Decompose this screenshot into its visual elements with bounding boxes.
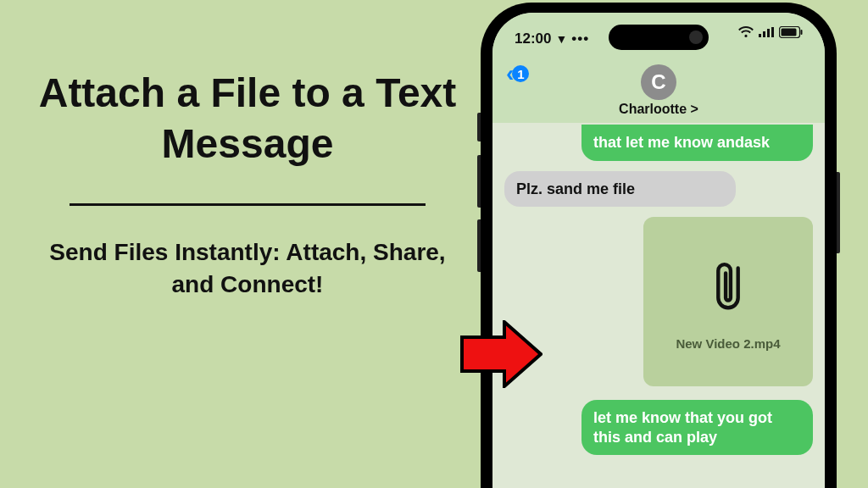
contact-name[interactable]: Charlootte > — [619, 102, 698, 117]
promo-text-panel: Attach a File to a Text Message Send Fil… — [36, 68, 459, 301]
promo-subtitle: Send Files Instantly: Attach, Share, and… — [36, 236, 459, 301]
paperclip-icon — [703, 253, 754, 318]
back-button[interactable]: ‹ 1 — [506, 60, 529, 87]
svg-rect-3 — [771, 27, 774, 37]
svg-rect-6 — [801, 30, 803, 35]
wifi-icon — [738, 26, 754, 38]
phone-side-button — [477, 155, 481, 208]
phone-side-button — [477, 219, 481, 272]
message-sent[interactable]: let me know that you got this and can pl… — [581, 400, 813, 455]
message-received[interactable]: Plz. sand me file — [504, 171, 736, 208]
chat-header: ‹ 1 C Charlootte > — [492, 55, 825, 123]
contact-avatar[interactable]: C — [641, 64, 676, 100]
message-sent[interactable]: that let me know andask — [581, 125, 813, 161]
phone-mockup: 12:00 ▼ ••• — [481, 3, 837, 488]
svg-rect-5 — [782, 29, 797, 36]
promo-title: Attach a File to a Text Message — [36, 68, 459, 169]
svg-rect-0 — [759, 34, 761, 37]
location-icon: ▼ — [555, 32, 567, 46]
svg-rect-2 — [767, 29, 770, 37]
phone-screen: 12:00 ▼ ••• — [492, 13, 825, 488]
phone-side-button — [837, 172, 840, 253]
battery-icon — [779, 26, 803, 38]
status-more-icon: ••• — [571, 30, 589, 47]
cellular-icon — [759, 27, 774, 37]
camera-icon — [689, 30, 703, 44]
attachment-filename: New Video 2.mp4 — [676, 336, 780, 351]
unread-badge: 1 — [512, 65, 529, 82]
svg-rect-1 — [763, 31, 765, 37]
phone-side-button — [477, 113, 481, 141]
message-list: that let me know andask Plz. sand me fil… — [492, 123, 825, 488]
status-right — [738, 26, 803, 38]
callout-arrow-icon — [458, 320, 542, 388]
file-attachment-card[interactable]: New Video 2.mp4 — [643, 217, 813, 386]
dynamic-island — [609, 25, 709, 50]
status-time: 12:00 — [515, 30, 551, 47]
divider — [70, 203, 426, 206]
